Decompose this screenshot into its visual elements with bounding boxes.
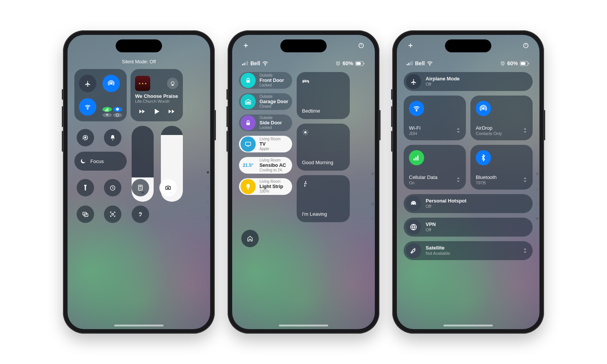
home-icon: ⌂ — [371, 201, 374, 206]
svg-rect-52 — [417, 155, 418, 160]
svg-rect-39 — [407, 64, 408, 65]
wifi-status-icon — [262, 61, 268, 66]
wifi-toggle[interactable] — [79, 98, 96, 116]
svg-point-37 — [305, 181, 306, 182]
svg-point-1 — [87, 108, 88, 109]
svg-point-43 — [429, 64, 430, 65]
svg-rect-25 — [244, 63, 245, 65]
qr-scan-button[interactable] — [104, 206, 121, 223]
svg-rect-42 — [412, 61, 413, 65]
ear-icon — [137, 211, 144, 218]
airplane-title: Airplane Mode — [426, 76, 460, 82]
svg-rect-4 — [108, 108, 109, 111]
add-button[interactable] — [242, 42, 250, 49]
scene-bedtime[interactable]: Bedtime — [297, 72, 350, 119]
camera-button[interactable] — [159, 179, 177, 196]
power-menu-button[interactable] — [357, 42, 365, 49]
radio-icon: ⟐ — [371, 215, 374, 221]
airplay-icon — [170, 81, 175, 86]
airdrop-icon — [108, 80, 115, 87]
cellular-icon — [102, 107, 112, 112]
vpn-mini-icon — [113, 113, 123, 117]
wifi-icon — [84, 104, 91, 110]
svg-rect-8 — [85, 137, 86, 138]
airplane-mode-row[interactable]: Airplane Mode Off — [404, 72, 533, 91]
svg-point-54 — [413, 203, 414, 204]
conn-airdrop[interactable]: AirDropContacts Only — [470, 96, 533, 140]
timer-button[interactable] — [104, 179, 121, 196]
svg-point-19 — [167, 187, 169, 189]
svg-point-13 — [139, 188, 140, 188]
flashlight-button[interactable] — [77, 179, 94, 196]
timer-icon — [109, 184, 116, 191]
media-controls[interactable]: ▲▲▲ We Choose Praise Life.Church Worsh — [131, 69, 183, 121]
svg-rect-26 — [245, 62, 247, 66]
scene-i-m-leaving[interactable]: I'm Leaving — [297, 175, 350, 222]
connectivity-cluster[interactable]: ✱ — [74, 69, 127, 121]
row-vpn[interactable]: VPNOff — [404, 218, 533, 237]
hearing-button[interactable] — [132, 206, 149, 223]
svg-point-0 — [110, 83, 112, 85]
row-satellite[interactable]: SatelliteNot Available — [404, 241, 533, 260]
airplane-toggle[interactable] — [79, 75, 96, 92]
rotation-lock-icon — [82, 134, 89, 141]
svg-point-17 — [140, 189, 141, 190]
page-indicator[interactable]: ♥ ♪ ⌂ ⟐ — [206, 169, 209, 220]
track-artist: Life.Church Worsh — [135, 99, 178, 104]
track-title: We Choose Praise — [135, 93, 178, 99]
hotspot-mini-icon — [102, 113, 112, 117]
power-menu-button[interactable] — [522, 42, 530, 49]
focus-button[interactable]: Focus — [74, 152, 127, 171]
accessory-side-door[interactable]: OutsideSide DoorLocked — [239, 115, 292, 131]
accessory-sensibo-ac[interactable]: 21.5°Living RoomSensibo ACCooling to 24. — [239, 157, 292, 174]
accessory-front-door[interactable]: OutsideFront DoorLocked — [239, 72, 292, 89]
svg-point-36 — [304, 131, 307, 133]
home-indicator[interactable] — [279, 325, 328, 326]
conn-cellular-data[interactable]: Cellular DataOn — [404, 145, 466, 190]
row-personal-hotspot[interactable]: Personal HotspotOff — [404, 194, 533, 213]
banner-text: Silent Mode: Off — [68, 59, 210, 64]
add-button[interactable] — [407, 42, 414, 49]
svg-point-49 — [483, 108, 484, 110]
conn-wi-fi[interactable]: Wi-FiJDH — [404, 96, 466, 140]
dynamic-island — [280, 39, 327, 52]
airplane-icon — [84, 80, 91, 87]
status-right: 60% — [500, 60, 530, 66]
play-button[interactable] — [152, 107, 161, 116]
svg-rect-22 — [112, 213, 114, 215]
svg-point-16 — [139, 189, 140, 190]
airplane-icon — [410, 78, 417, 85]
page-indicator[interactable]: ♥ ♪ ⌂ ⟐ — [371, 171, 374, 221]
rotation-lock-button[interactable] — [77, 129, 94, 146]
dynamic-island — [116, 39, 162, 52]
battery-icon — [355, 61, 365, 66]
status-right: 60% — [335, 60, 365, 66]
status-left: Bell — [242, 60, 268, 66]
music-note-icon: ♪ — [207, 184, 209, 190]
accessory-light-strip[interactable]: Living RoomLight Strip100% — [239, 178, 292, 195]
page-indicator[interactable]: ♥ ♪ ⌂ ⟐ — [536, 171, 539, 221]
home-indicator[interactable] — [443, 325, 493, 326]
svg-rect-31 — [356, 62, 361, 64]
svg-point-48 — [416, 110, 417, 111]
house-icon — [247, 235, 253, 242]
camera-icon — [165, 184, 171, 191]
scene-good-morning[interactable]: Good Morning — [297, 124, 350, 171]
rewind-button[interactable] — [138, 108, 146, 115]
qr-icon — [109, 211, 116, 218]
accessory-tv[interactable]: Living RoomTVApple — [239, 136, 292, 152]
status-left: Bell — [407, 60, 433, 66]
airplay-button[interactable] — [167, 78, 178, 89]
conn-bluetooth[interactable]: BluetoothT87B — [470, 145, 533, 190]
airdrop-toggle[interactable] — [102, 75, 120, 92]
calculator-button[interactable] — [132, 179, 149, 196]
screen-mirroring-button[interactable] — [77, 206, 94, 223]
home-indicator[interactable] — [114, 325, 164, 326]
alarm-status-icon — [500, 61, 505, 66]
accessory-garage-door[interactable]: OutsideGarage DoorClosed — [239, 93, 292, 110]
home-app-button[interactable] — [241, 230, 259, 247]
silent-mode-button[interactable] — [104, 129, 121, 146]
forward-button[interactable] — [168, 108, 175, 115]
carrier-label: Bell — [250, 60, 260, 66]
svg-rect-35 — [245, 142, 251, 146]
